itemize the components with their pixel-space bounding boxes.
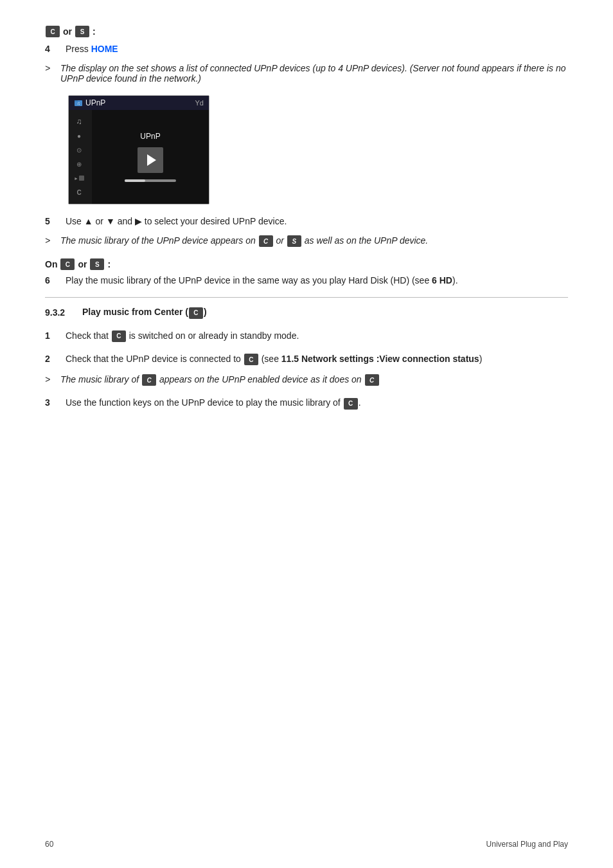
note-4-text: The display on the set shows a list of c…	[60, 63, 568, 84]
step-5: 5 Use or and to select your desired UPnP…	[45, 216, 568, 226]
on-or-label: or	[78, 259, 87, 269]
step-932-2-num: 2	[45, 354, 58, 364]
step-932-2-text-after: )	[479, 354, 483, 364]
step-5-num: 5	[45, 216, 58, 226]
step-6-content: Play the music library of the UPnP devic…	[66, 275, 568, 285]
sidebar-music-icon: ♫	[74, 116, 84, 127]
note-5-gt: >	[45, 235, 53, 247]
step-5-text: Use	[66, 216, 84, 226]
upnp-title-text: UPnP	[85, 98, 105, 107]
note-5-text-before: The music library of the UPnP device app…	[60, 235, 258, 246]
step-932-1-text-after: is switched on or already in standby mod…	[127, 330, 299, 341]
step-932-3-text-before: Use the function keys on the UPnP device…	[66, 397, 343, 408]
cs-section-header: C or S :	[45, 26, 568, 37]
note-932-2-badge-c2: C	[365, 374, 379, 386]
section-932-title-after: )	[204, 307, 207, 317]
on-badge-c: C	[60, 258, 75, 270]
section-932-header: 9.3.2 Play music from Center (C)	[45, 307, 568, 318]
step-932-2-ref: 11.5 Network settings :View connection s…	[281, 354, 479, 364]
note-4: > The display on the set shows a list of…	[45, 63, 568, 84]
note-932-2-text-mid: appears on the UPnP enabled device as it…	[157, 374, 364, 384]
note-932-2-badge-c1: C	[142, 374, 156, 386]
step-5-or1: or	[93, 216, 106, 226]
step-4-text-before: Press	[66, 44, 91, 54]
section-932-num: 9.3.2	[45, 307, 77, 318]
step-932-2-badge-c: C	[244, 354, 258, 365]
step-6-ref: 6 HD	[432, 275, 452, 285]
step-932-2-text-mid: (see	[259, 354, 281, 364]
footer-page-num: 60	[45, 840, 53, 849]
note-5-text-after: as well as on the UPnP device.	[302, 235, 428, 246]
step-932-1-text-before: Check that	[66, 330, 111, 341]
note-5: > The music library of the UPnP device a…	[45, 235, 568, 247]
arrow-down-icon	[106, 216, 115, 226]
upnp-screen-mockup: ♫ UPnP Yd ♫ ● ⊙ ⊕ ► C UPnP	[68, 95, 209, 204]
note-5-or: or	[274, 235, 287, 246]
svg-text:♫: ♫	[76, 101, 80, 105]
step-6: 6 Play the music library of the UPnP dev…	[45, 275, 568, 285]
footer: 60 Universal Plug and Play	[45, 840, 568, 849]
upnp-main-area: UPnP	[92, 110, 209, 204]
step-932-3-content: Use the function keys on the UPnP device…	[66, 397, 568, 409]
section-932-badge-c: C	[189, 307, 203, 319]
upnp-screen-titlebar: ♫ UPnP Yd	[69, 96, 209, 110]
step-932-3: 3 Use the function keys on the UPnP devi…	[45, 397, 568, 409]
step-932-3-period: .	[359, 397, 361, 408]
step-6-text: Play the music library of the UPnP devic…	[66, 275, 432, 285]
on-cs-section: On C or S : 6 Play the music library of …	[45, 258, 568, 285]
page-content: C or S : 4 Press HOME > The display on t…	[0, 0, 613, 457]
sidebar-photo-icon: ●	[74, 131, 84, 141]
arrow-right-icon	[135, 216, 142, 226]
step-932-2-text-before: Check that the UPnP device is connected …	[66, 354, 244, 364]
step-932-3-badge-c: C	[344, 398, 358, 410]
note-932-2-gt: >	[45, 374, 53, 386]
step-932-2-content: Check that the UPnP device is connected …	[66, 354, 568, 365]
upnp-main-label: UPnP	[140, 132, 160, 141]
or-label-1: or	[63, 26, 72, 37]
note-5-badge-s: S	[287, 235, 301, 247]
step-5-and: and	[115, 216, 135, 226]
note-932-2-text-before: The music library of	[60, 374, 141, 384]
arrow-up-icon	[84, 216, 93, 226]
step-932-1-content: Check that C is switched on or already i…	[66, 330, 568, 342]
step-6-text-after: ).	[452, 275, 458, 285]
sidebar-close-icon: C	[74, 187, 84, 197]
upnp-progress-fill	[125, 179, 145, 182]
upnp-play-button	[138, 147, 163, 173]
section-932-title: Play music from Center (C)	[82, 307, 207, 318]
music-folder-icon: ♫	[74, 98, 83, 107]
on-cs-header: On C or S :	[45, 258, 568, 270]
upnp-title-left: ♫ UPnP	[74, 98, 105, 107]
on-label: On	[45, 259, 57, 269]
note-4-gt: >	[45, 63, 53, 84]
badge-s-icon: S	[75, 26, 89, 37]
step-5-text-after: to select your desired UPnP device.	[142, 216, 287, 226]
sidebar-settings-icon: ⊕	[74, 159, 84, 169]
step-4-num: 4	[45, 44, 58, 54]
upnp-sidebar: ♫ ● ⊙ ⊕ ► C	[69, 110, 92, 204]
step-6-num: 6	[45, 275, 58, 285]
note-5-badge-c: C	[259, 235, 273, 247]
section-divider	[45, 297, 568, 298]
home-key-label: HOME	[91, 44, 118, 54]
step-4-content: Press HOME	[66, 44, 568, 54]
note-5-text: The music library of the UPnP device app…	[60, 235, 568, 247]
footer-right-text: Universal Plug and Play	[486, 840, 568, 849]
step-932-3-num: 3	[45, 397, 58, 408]
sidebar-camera-icon: ⊙	[74, 145, 84, 155]
note-932-2-text: The music library of C appears on the UP…	[60, 374, 568, 386]
section-932-title-before: Play music from Center (	[82, 307, 188, 317]
badge-c-icon: C	[46, 26, 60, 37]
step-932-2: 2 Check that the UPnP device is connecte…	[45, 354, 568, 365]
upnp-screen-body: ♫ ● ⊙ ⊕ ► C UPnP	[69, 110, 209, 204]
colon-label: :	[93, 26, 96, 37]
upnp-progress-bar	[125, 179, 176, 182]
step-4: 4 Press HOME	[45, 44, 568, 54]
step-932-1-num: 1	[45, 330, 58, 341]
sidebar-video-icon: ►	[74, 173, 84, 183]
step-932-1-badge-c: C	[112, 330, 126, 342]
note-932-2: > The music library of C appears on the …	[45, 374, 568, 386]
step-932-1: 1 Check that C is switched on or already…	[45, 330, 568, 342]
on-colon: :	[107, 259, 111, 269]
on-badge-s: S	[90, 258, 104, 270]
